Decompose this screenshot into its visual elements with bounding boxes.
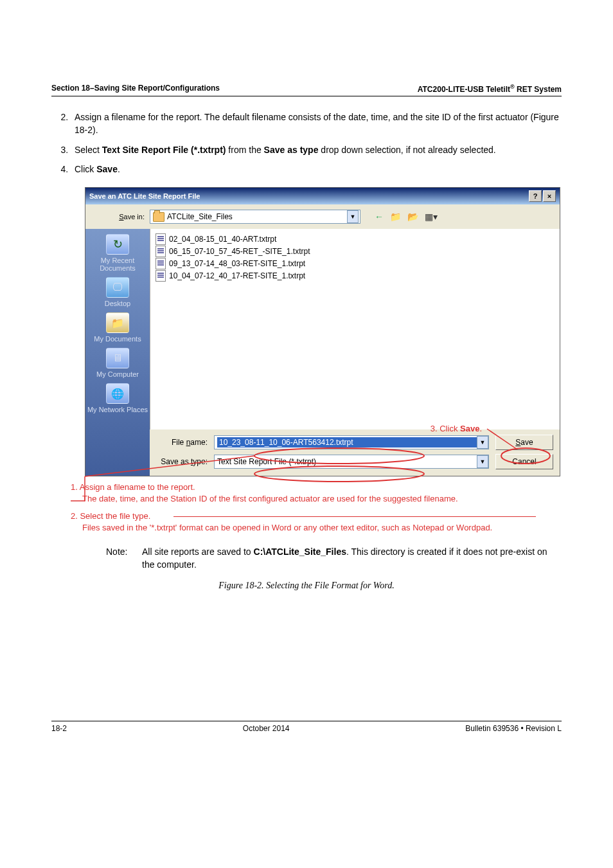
cancel-button[interactable]: Cancel [495,454,553,469]
file-icon [155,233,166,245]
list-item[interactable]: 09_13_07-14_48_03-RET-SITE_1.txtrpt [155,258,555,269]
file-name-input[interactable]: 10_23_08-11_10_06-ART563412.txtrpt ▼ [214,435,489,449]
save-as-type-combo[interactable]: Text Site Report File (*.txtrpt) ▼ [214,455,489,469]
dialog-toolbar: Save in: ATCLite_Site_Files ▼ ← 📁 📂 ▦▾ [85,204,560,229]
list-item[interactable]: 06_15_07-10_57_45-RET_-SITE_1.txtrpt [155,246,555,257]
save-dialog: Save an ATC Lite Site Report File ? × Sa… [85,187,560,476]
places-recent[interactable]: My Recent Documents [85,234,150,272]
step-list: Assign a filename for the report. The de… [58,111,562,176]
callouts-block: 1. Assign a filename to the report. The … [71,482,562,534]
callout-2-leader [173,516,536,517]
folder-icon [153,212,164,222]
chevron-down-icon[interactable]: ▼ [477,436,488,449]
chevron-down-icon[interactable]: ▼ [347,210,359,223]
dialog-titlebar[interactable]: Save an ATC Lite Site Report File ? × [85,188,560,204]
header-right: ATC200-LITE-USB Teletilt® RET System [418,84,562,94]
dialog-title: Save an ATC Lite Site Report File [89,192,200,200]
places-my-documents[interactable]: My Documents [94,312,141,343]
save-in-label: Save in: [92,213,145,221]
note-block: Note: All site reports are saved to C:\A… [106,545,562,572]
file-name-label: File name: [156,438,208,447]
view-menu-icon[interactable]: ▦▾ [425,212,438,222]
file-list[interactable]: 02_04_08-15_01_40-ART.txtrpt 06_15_07-10… [150,229,560,429]
back-icon[interactable]: ← [375,212,384,222]
file-icon [155,258,166,269]
step-2: Assign a filename for the report. The de… [71,111,562,137]
save-button[interactable]: Save [495,435,553,450]
places-desktop[interactable]: Desktop [105,277,130,307]
callout-1: 1. Assign a filename to the report. The … [71,482,562,505]
places-bar: My Recent Documents Desktop My Documents… [85,229,150,476]
footer-mid: October 2014 [243,724,290,733]
page-header: Section 18–Saving Site Report/Configurat… [51,84,562,96]
recent-icon [106,234,129,255]
file-icon [155,270,166,282]
save-in-combo[interactable]: ATCLite_Site_Files ▼ [150,210,360,224]
new-folder-icon[interactable]: 📂 [407,212,418,222]
note-text: All site reports are saved to C:\ATCLite… [142,545,562,572]
list-item[interactable]: 10_04_07-12_40_17-RET-SITE_1.txtrpt [155,270,555,282]
help-button[interactable]: ? [529,190,542,202]
header-left: Section 18–Saving Site Report/Configurat… [51,84,220,94]
step-3: Select Text Site Report File (*.txtrpt) … [71,143,562,156]
footer-right: Bulletin 639536 • Revision L [465,724,562,733]
note-key: Note: [106,545,142,572]
my-computer-icon [106,348,129,368]
list-item[interactable]: 02_04_08-15_01_40-ART.txtrpt [155,233,555,245]
bottom-panel: File name: 10_23_08-11_10_06-ART563412.t… [150,429,560,476]
save-in-value: ATCLite_Site_Files [167,212,344,221]
my-documents-icon [106,312,129,333]
desktop-icon [106,277,129,298]
close-button[interactable]: × [543,190,556,202]
places-my-network[interactable]: My Network Places [87,383,148,413]
callout-3: 3. Click Save. [431,424,482,433]
places-my-computer[interactable]: My Computer [96,348,139,378]
figure-wrap: Save an ATC Lite Site Report File ? × Sa… [71,187,565,476]
step-4: Click Save. [71,163,562,176]
chevron-down-icon[interactable]: ▼ [477,455,488,468]
footer-left: 18-2 [51,724,67,733]
my-network-icon [106,383,129,404]
file-icon [155,246,166,257]
up-one-level-icon[interactable]: 📁 [390,212,401,222]
page-footer: 18-2 October 2014 Bulletin 639536 • Revi… [51,721,562,733]
save-as-type-label: Save as type: [156,457,208,466]
callout-2: 2. Select the file type. Files saved in … [71,511,562,534]
figure-caption: Figure 18-2. Selecting the File Format f… [51,581,562,591]
